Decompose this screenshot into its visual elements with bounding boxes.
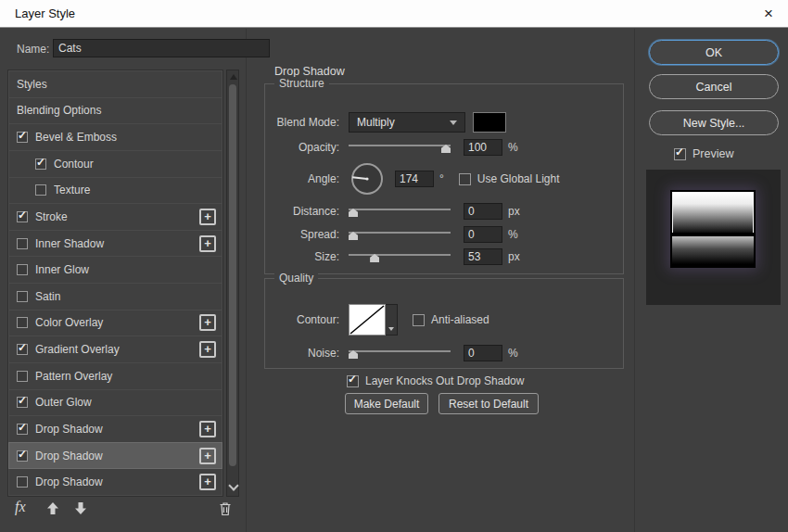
add-effect-icon[interactable]: + <box>199 421 216 437</box>
style-item-outer-glow[interactable]: Outer Glow <box>8 389 222 417</box>
opacity-label: Opacity: <box>265 141 339 154</box>
blend-mode-select[interactable]: Multiply <box>349 112 465 133</box>
style-item-label: Inner Shadow <box>35 237 199 250</box>
style-item-drop-shadow-1[interactable]: Drop Shadow + <box>8 415 222 443</box>
angle-dial[interactable] <box>349 160 386 197</box>
size-label: Size: <box>265 250 339 263</box>
use-global-light-label: Use Global Light <box>477 172 560 185</box>
style-item-stroke[interactable]: Stroke + <box>8 203 222 231</box>
ok-button[interactable]: OK <box>649 40 779 65</box>
chevron-down-icon <box>450 120 457 125</box>
style-item-color-overlay[interactable]: Color Overlay + <box>8 310 222 337</box>
scrollbar-thumb[interactable] <box>229 84 236 466</box>
distance-input[interactable] <box>464 203 502 220</box>
noise-slider[interactable] <box>349 348 451 359</box>
blend-mode-row: Blend Mode: Multiply <box>265 112 506 133</box>
item-checkbox[interactable] <box>17 450 28 462</box>
opacity-input[interactable] <box>464 139 502 156</box>
fx-icon[interactable]: fx <box>15 499 26 515</box>
layer-style-dialog: { "window": { "title": "Layer Style", "c… <box>0 0 788 532</box>
style-item-satin[interactable]: Satin <box>8 283 222 310</box>
add-effect-icon[interactable]: + <box>199 448 216 464</box>
anti-aliased-checkbox[interactable] <box>413 314 425 326</box>
style-item-drop-shadow-3[interactable]: Drop Shadow + <box>8 468 222 496</box>
add-effect-icon[interactable]: + <box>199 209 216 225</box>
distance-row: Distance: px <box>265 201 520 222</box>
style-item-contour[interactable]: Contour <box>8 150 222 178</box>
spread-input[interactable] <box>464 226 502 243</box>
item-checkbox[interactable] <box>35 158 46 170</box>
styles-list-scrollbar[interactable] <box>226 70 239 497</box>
item-checkbox[interactable] <box>17 291 28 302</box>
quality-group: Quality Contour: Anti-aliased Noise: % <box>264 278 624 369</box>
style-item-label: Bevel & Emboss <box>35 131 216 144</box>
item-checkbox[interactable] <box>17 397 28 408</box>
distance-slider[interactable] <box>349 206 451 217</box>
style-item-label: Drop Shadow <box>35 423 199 436</box>
reset-to-default-button[interactable]: Reset to Default <box>438 393 539 414</box>
layer-knocks-out-checkbox[interactable] <box>347 375 359 387</box>
item-checkbox[interactable] <box>17 371 28 382</box>
name-input[interactable] <box>53 39 270 57</box>
style-item-texture[interactable]: Texture <box>8 177 222 205</box>
style-item-pattern-overlay[interactable]: Pattern Overlay <box>8 362 222 390</box>
spread-slider[interactable] <box>349 229 451 240</box>
distance-unit: px <box>508 205 520 218</box>
spread-row: Spread: % <box>265 224 518 245</box>
add-effect-icon[interactable]: + <box>199 474 216 490</box>
scroll-up-icon[interactable] <box>230 74 237 80</box>
preview-thumbnail-top <box>672 192 754 233</box>
item-checkbox[interactable] <box>17 264 28 275</box>
contour-label: Contour: <box>265 313 339 326</box>
style-item-label: Outer Glow <box>35 396 216 409</box>
style-item-styles[interactable]: Styles <box>8 70 222 98</box>
style-item-gradient-overlay[interactable]: Gradient Overlay + <box>8 336 222 363</box>
preview-checkbox[interactable] <box>674 148 686 160</box>
make-default-button[interactable]: Make Default <box>345 393 428 414</box>
item-checkbox[interactable] <box>17 317 28 328</box>
add-effect-icon[interactable]: + <box>199 314 216 331</box>
shadow-color-swatch[interactable] <box>473 112 506 133</box>
add-effect-icon[interactable]: + <box>199 341 216 358</box>
close-icon[interactable]: × <box>758 4 779 24</box>
angle-input[interactable] <box>395 171 434 187</box>
item-checkbox[interactable] <box>17 476 28 488</box>
size-input[interactable] <box>464 248 502 265</box>
style-item-blending-options[interactable]: Blending Options <box>8 97 222 125</box>
item-checkbox[interactable] <box>17 238 28 249</box>
style-item-inner-shadow[interactable]: Inner Shadow + <box>8 230 222 258</box>
style-item-bevel-emboss[interactable]: Bevel & Emboss <box>8 123 222 151</box>
size-slider[interactable] <box>349 251 451 262</box>
spread-unit: % <box>508 228 518 241</box>
contour-picker[interactable] <box>349 304 386 336</box>
distance-label: Distance: <box>265 205 339 218</box>
style-item-inner-glow[interactable]: Inner Glow <box>8 256 222 284</box>
scroll-down-icon[interactable] <box>228 480 238 490</box>
style-item-drop-shadow-2-selected[interactable]: Drop Shadow + <box>8 442 222 470</box>
slider-track <box>349 209 451 210</box>
delete-effect-icon[interactable] <box>219 501 232 520</box>
preview-thumbnail <box>670 190 756 268</box>
opacity-slider[interactable] <box>349 142 451 153</box>
styles-list: Styles Blending Options Bevel & Emboss C… <box>7 70 223 497</box>
move-effect-up-icon[interactable] <box>46 501 59 519</box>
noise-input[interactable] <box>464 345 502 361</box>
new-style-button[interactable]: New Style... <box>649 110 779 135</box>
opacity-unit: % <box>508 141 518 154</box>
effect-panel-title: Drop Shadow <box>274 65 345 78</box>
item-checkbox[interactable] <box>17 211 28 222</box>
blend-mode-label: Blend Mode: <box>265 116 339 129</box>
item-checkbox[interactable] <box>17 344 28 355</box>
move-effect-down-icon[interactable] <box>74 501 87 519</box>
item-checkbox[interactable] <box>35 184 46 196</box>
noise-label: Noise: <box>265 347 339 360</box>
item-checkbox[interactable] <box>17 424 28 435</box>
style-item-label: Texture <box>54 184 216 196</box>
add-effect-icon[interactable]: + <box>199 235 216 252</box>
spread-label: Spread: <box>265 228 339 241</box>
contour-dropdown-arrow[interactable] <box>386 304 398 336</box>
anti-aliased-label: Anti-aliased <box>431 313 489 326</box>
item-checkbox[interactable] <box>17 132 28 143</box>
cancel-button[interactable]: Cancel <box>649 74 779 99</box>
use-global-light-checkbox[interactable] <box>459 173 471 185</box>
